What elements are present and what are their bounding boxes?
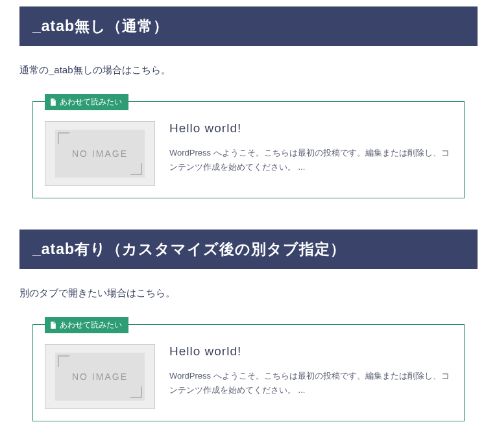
card-excerpt: WordPress へようこそ。こちらは最初の投稿です。編集または削除し、コンテ…: [169, 369, 452, 397]
section-heading: _atab有り（カスタマイズ後の別タブ指定）: [19, 230, 478, 269]
no-image-text: NO IMAGE: [72, 148, 128, 159]
related-card-wrapper: あわせて読みたい NO IMAGE Hello world! WordPress…: [19, 101, 478, 198]
no-image-text: NO IMAGE: [72, 371, 128, 382]
related-card[interactable]: あわせて読みたい NO IMAGE Hello world! WordPress…: [32, 101, 465, 198]
card-body: Hello world! WordPress へようこそ。こちらは最初の投稿です…: [169, 121, 452, 186]
related-badge-label: あわせて読みたい: [60, 320, 122, 331]
section-heading: _atab無し（通常）: [19, 6, 478, 46]
no-image-thumbnail: NO IMAGE: [45, 344, 155, 409]
related-badge: あわせて読みたい: [45, 94, 128, 110]
document-icon: [49, 98, 57, 106]
card-excerpt: WordPress へようこそ。こちらは最初の投稿です。編集または削除し、コンテ…: [169, 146, 452, 174]
document-icon: [49, 321, 57, 329]
section-text: 別のタブで開きたい場合はこちら。: [19, 287, 478, 300]
card-title: Hello world!: [169, 344, 452, 359]
related-badge: あわせて読みたい: [45, 317, 128, 333]
related-card[interactable]: あわせて読みたい NO IMAGE Hello world! WordPress…: [32, 324, 465, 421]
card-body: Hello world! WordPress へようこそ。こちらは最初の投稿です…: [169, 344, 452, 409]
section-text: 通常の_atab無しの場合はこちら。: [19, 64, 478, 77]
card-title: Hello world!: [169, 121, 452, 136]
no-image-thumbnail: NO IMAGE: [45, 121, 155, 186]
related-badge-label: あわせて読みたい: [60, 97, 122, 108]
related-card-wrapper: あわせて読みたい NO IMAGE Hello world! WordPress…: [19, 324, 478, 421]
